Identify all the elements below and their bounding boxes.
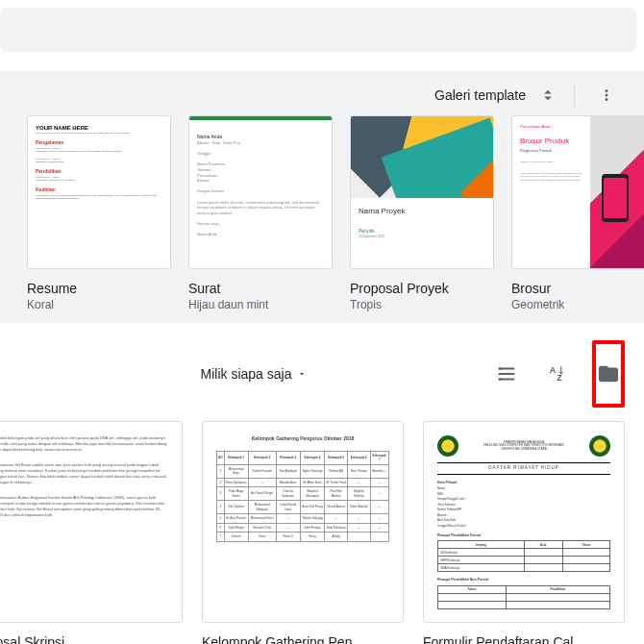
template-thumb: YOUR NAME HERE Lorem ipsum dolor sit ame… — [27, 115, 171, 269]
thumb-sub: Ringkasan Produk — [520, 148, 582, 154]
owner-filter-label: Milik siapa saja — [201, 366, 292, 382]
owner-filter-dropdown[interactable]: Milik siapa saja — [193, 360, 315, 387]
thumb-text: Lorem ipsum dolor sit amet consectetur a… — [36, 132, 162, 136]
thumb-name: YOUR NAME HERE — [36, 124, 162, 132]
template-thumb: Perusahaan Anda Brosur Produk Ringkasan … — [511, 115, 644, 269]
expand-collapse-icon[interactable] — [539, 87, 557, 104]
thumb-text: Lorem ipsum — dolorConsectetur adipiscin… — [36, 176, 162, 183]
thumb-text: Lorem ipsum dolor sit amet consectetur a… — [520, 172, 582, 183]
template-card-brosur[interactable]: Perusahaan Anda Brosur Produk Ringkasan … — [511, 115, 644, 311]
list-view-icon[interactable] — [488, 356, 525, 392]
template-thumb: Nama Anda Alamat · Kota · Kode Pos Tangg… — [188, 115, 333, 269]
thumb-tag: Tampilan luar dan dalam kotak — [520, 161, 582, 164]
thumb-company: Perusahaan Anda — [520, 124, 582, 130]
template-title: Resume — [27, 281, 171, 296]
form-section: Riwayat Pendidikan Non-Formal — [437, 578, 610, 582]
svg-text:Z: Z — [557, 373, 562, 383]
template-title: Brosur — [511, 281, 644, 296]
thumb-section: Pendidikan — [36, 168, 162, 175]
doc-table-header: Kelompok Gathering Pengurus Oktober 2018 — [216, 435, 389, 443]
thumb-text: Lorem ipsum — dolorConsectetur adipiscin… — [36, 158, 162, 164]
template-card-surat[interactable]: Nama Anda Alamat · Kota · Kode Pos Tangg… — [188, 115, 333, 311]
template-card-proposal[interactable]: Nama Proyek Penulis 10 September 20XX Pr… — [350, 115, 494, 311]
template-subtitle: Tropis — [350, 298, 494, 311]
sort-az-icon[interactable]: AZ — [540, 356, 577, 392]
open-file-picker-icon[interactable] — [598, 338, 619, 409]
dropdown-arrow-icon — [297, 369, 307, 379]
template-title: Proposal Proyek — [350, 281, 494, 296]
docs-toolbar: Milik siapa saja AZ — [0, 323, 644, 421]
thumb-text: Lorem ipsum — dolorConsectetur adipiscin… — [36, 147, 162, 154]
recent-docs-row: adalah kelompok pada sel yang diturunkan… — [0, 421, 644, 644]
doc-title: oposal Skripsi — [0, 634, 183, 644]
doc-thumb: Kelompok Gathering Pengurus Oktober 2018… — [202, 421, 404, 623]
search-bar[interactable] — [0, 8, 636, 52]
org-logo-icon — [437, 435, 458, 457]
doc-card[interactable]: adalah kelompok pada sel yang diturunkan… — [0, 421, 183, 644]
doc-thumb: adalah kelompok pada sel yang diturunkan… — [0, 421, 183, 623]
template-row: YOUR NAME HERE Lorem ipsum dolor sit ame… — [0, 115, 644, 311]
template-subtitle: Geometrik — [511, 298, 644, 311]
thumb-title: Nama Proyek — [359, 206, 485, 216]
thumb-heading: Brosur Produk — [520, 136, 582, 146]
org-logo-icon — [589, 435, 610, 457]
form-section: Data Pribadi — [437, 481, 610, 485]
doc-title: Formulir Pendaftaran Cal... — [423, 634, 625, 644]
template-subtitle: Koral — [27, 298, 171, 311]
thumb-section: Keahlian — [36, 186, 162, 193]
template-subtitle: Hijau daun mint — [188, 298, 333, 311]
doc-card[interactable]: Kelompok Gathering Pengurus Oktober 2018… — [202, 421, 404, 644]
form-section: Riwayat Pendidikan Formal — [437, 533, 610, 538]
org-line: UNIVERSITAS SUMATERA UTARA — [458, 448, 589, 452]
doc-card[interactable]: PEMERINTAHAN MAHASISWA FAKULTAS ILMU KOM… — [423, 421, 625, 644]
thumb-author: Penulis — [359, 228, 485, 235]
highlight-annotation — [592, 340, 625, 408]
thumb-date: 10 September 20XX — [359, 235, 485, 238]
template-card-resume[interactable]: YOUR NAME HERE Lorem ipsum dolor sit ame… — [27, 115, 171, 311]
template-gallery-label: Galeri template — [434, 87, 526, 103]
thumb-section: Pengalaman — [36, 139, 162, 146]
thumb-text: Lorem ipsum dolor sit amet consectetur a… — [36, 194, 162, 201]
form-title: DAFTAR RIWAYAT HIDUP — [437, 462, 610, 475]
template-gallery-header: Galeri template — [0, 71, 644, 115]
doc-title: Kelompok Gathering Pen... — [202, 634, 404, 644]
template-gallery-section: Galeri template YOUR NAME HERE Lorem ips… — [0, 71, 644, 323]
doc-thumb: PEMERINTAHAN MAHASISWA FAKULTAS ILMU KOM… — [423, 421, 625, 623]
template-title: Surat — [188, 281, 333, 296]
doc-table: NOKelompok 1Kelompok 2Kelompok 3Kelompok… — [216, 451, 389, 542]
template-thumb: Nama Proyek Penulis 10 September 20XX — [350, 115, 494, 269]
more-options-icon[interactable] — [592, 81, 621, 110]
svg-text:A: A — [550, 365, 557, 375]
divider — [574, 84, 575, 107]
